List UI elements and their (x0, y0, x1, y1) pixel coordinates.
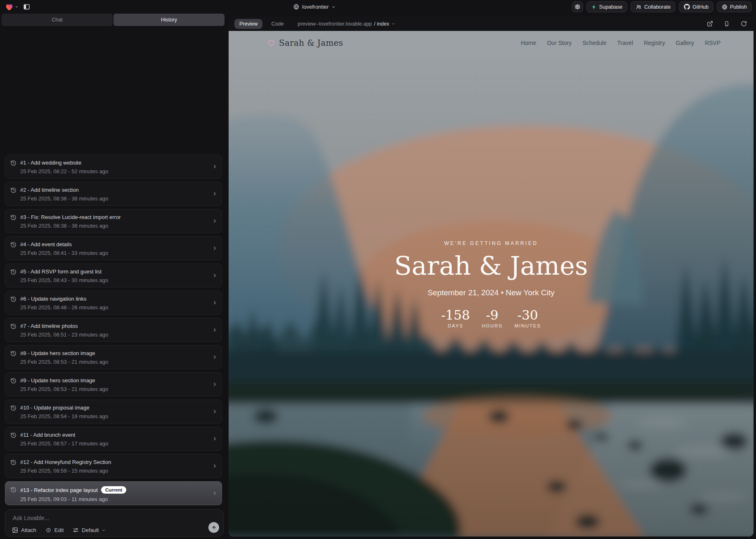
globe-icon (722, 4, 728, 10)
chevron-right-icon (212, 436, 217, 442)
refresh-button[interactable] (739, 20, 748, 28)
supabase-icon (591, 4, 597, 10)
countdown-label: MINUTES (515, 323, 541, 328)
mobile-view-button[interactable] (723, 20, 731, 28)
history-item-timestamp: 25 Feb 2025, 08:53 - 21 minutes ago (20, 359, 108, 365)
history-clock-icon (10, 378, 17, 384)
hero-eyebrow: WE'RE GETTING MARRIED (229, 240, 754, 246)
collaborate-button[interactable]: Collaborate (631, 1, 676, 12)
site-nav-link[interactable]: RSVP (705, 40, 721, 46)
history-item-timestamp: 25 Feb 2025, 09:03 - 11 minutes ago (20, 496, 126, 502)
history-item-title: #9 - Update hero section image (20, 377, 95, 384)
history-item-timestamp: 25 Feb 2025, 08:59 - 15 minutes ago (20, 468, 111, 474)
send-button[interactable] (208, 522, 219, 533)
supabase-button[interactable]: Supabase (586, 1, 627, 12)
tab-code[interactable]: Code (269, 21, 286, 27)
site-nav-link[interactable]: Schedule (582, 40, 606, 46)
countdown-label: DAYS (441, 323, 470, 328)
panel-left-icon (23, 3, 30, 10)
sidebar-toggle-button[interactable] (21, 2, 32, 12)
lovable-logo-menu[interactable] (4, 2, 19, 12)
refresh-icon (741, 21, 747, 27)
history-item[interactable]: #8 - Update hero section image 25 Feb 20… (5, 345, 222, 369)
project-selector[interactable]: lovefrontier (291, 0, 338, 14)
sidebar-tabs: Chat History (2, 14, 224, 26)
chevron-right-icon (212, 273, 217, 278)
history-item[interactable]: #7 - Add timeline photos 25 Feb 2025, 08… (5, 318, 222, 342)
current-badge: Current (101, 486, 127, 494)
history-item[interactable]: #4 - Add event details 25 Feb 2025, 08:4… (5, 236, 222, 260)
sidebar: Chat History #1 - Add wedding website 25… (0, 14, 226, 539)
history-item-timestamp: 25 Feb 2025, 08:57 - 17 minutes ago (20, 440, 108, 447)
edit-mode-button[interactable]: Edit (45, 527, 64, 533)
history-item[interactable]: #5 - Add RSVP form and guest list 25 Feb… (5, 264, 222, 287)
history-item[interactable]: #9 - Update hero section image 25 Feb 20… (5, 372, 222, 396)
preview-url-selector[interactable]: preview--lovefrontier.lovable.app / inde… (295, 21, 398, 27)
history-clock-icon (10, 160, 17, 166)
preview-url-page: / index (374, 21, 389, 27)
history-item[interactable]: #11 - Add brunch event 25 Feb 2025, 08:5… (5, 427, 222, 451)
site-nav: HomeOur StoryScheduleTravelRegistryGalle… (521, 40, 721, 46)
history-item-timestamp: 25 Feb 2025, 08:51 - 23 minutes ago (20, 332, 108, 338)
site-nav-link[interactable]: Gallery (676, 40, 694, 46)
site-nav-link[interactable]: Travel (617, 40, 633, 46)
history-item[interactable]: #3 - Fix: Resolve Lucide-react import er… (5, 209, 222, 233)
chevron-right-icon (212, 219, 217, 224)
chevron-down-icon (15, 5, 19, 9)
history-item[interactable]: #1 - Add wedding website 25 Feb 2025, 08… (5, 155, 222, 179)
external-link-icon (707, 21, 713, 27)
hero-title: Sarah & James (229, 252, 754, 280)
github-button[interactable]: GitHub (679, 1, 713, 12)
history-clock-icon (10, 269, 17, 275)
chevron-right-icon (212, 355, 217, 360)
history-item-title: #4 - Add event details (20, 241, 72, 247)
history-item-timestamp: 25 Feb 2025, 08:36 - 38 minutes ago (20, 195, 108, 202)
history-item-title: #2 - Add timeline section (20, 187, 79, 193)
history-item[interactable]: #2 - Add timeline section 25 Feb 2025, 0… (5, 182, 222, 206)
github-icon (684, 4, 690, 10)
mode-selector-button[interactable]: Default (73, 527, 106, 533)
history-clock-icon (10, 487, 17, 493)
chevron-down-icon (332, 5, 336, 9)
countdown-item: -9 HOURS (482, 309, 503, 328)
heart-outline-icon (267, 39, 275, 47)
sliders-icon (73, 527, 79, 533)
site-nav-link[interactable]: Our Story (547, 40, 572, 46)
history-item[interactable]: #13 - Refactor index page layout Current… (5, 481, 222, 505)
history-item-title: #6 - Update navigation links (20, 296, 86, 302)
hero-section: WE'RE GETTING MARRIED Sarah & James Sept… (229, 240, 754, 328)
site-logo[interactable]: Sarah & James (267, 38, 343, 48)
site-nav-link[interactable]: Registry (644, 40, 665, 46)
chevron-right-icon (212, 164, 217, 169)
attach-button[interactable]: Attach (12, 527, 36, 533)
history-item[interactable]: #10 - Update proposal image 25 Feb 2025,… (5, 400, 222, 424)
countdown-value: -30 (515, 309, 541, 322)
chevron-right-icon (212, 382, 217, 387)
topbar: lovefrontier Supabase Collab (0, 0, 756, 14)
history-clock-icon (10, 323, 17, 330)
history-clock-icon (10, 242, 17, 248)
site-preview: Sarah & James HomeOur StoryScheduleTrave… (229, 31, 754, 537)
image-attach-icon (12, 527, 18, 533)
history-item-title: #7 - Add timeline photos (20, 323, 78, 329)
history-item[interactable]: #12 - Add Honeyfund Registry Section 25 … (5, 454, 222, 478)
preview-toolbar: Preview Code preview--lovefrontier.lovab… (229, 16, 754, 31)
history-item-title: #5 - Add RSVP form and guest list (20, 268, 102, 275)
arrow-up-icon (211, 525, 217, 530)
settings-button[interactable] (572, 1, 583, 12)
hero-date-location: September 21, 2024 • New York City (229, 288, 754, 297)
history-item-title: #12 - Add Honeyfund Registry Section (20, 459, 111, 465)
open-in-new-tab-button[interactable] (706, 20, 714, 28)
tab-chat[interactable]: Chat (2, 14, 113, 26)
history-item-title: #13 - Refactor index page layout (20, 487, 98, 493)
tab-history[interactable]: History (113, 14, 224, 26)
history-item[interactable]: #6 - Update navigation links 25 Feb 2025… (5, 291, 222, 315)
prompt-input[interactable] (12, 514, 154, 524)
countdown-value: -9 (482, 309, 503, 322)
site-nav-link[interactable]: Home (521, 40, 536, 46)
chevron-right-icon (212, 246, 217, 251)
history-item-timestamp: 25 Feb 2025, 08:22 - 52 minutes ago (20, 168, 108, 174)
publish-button[interactable]: Publish (717, 1, 752, 12)
tab-preview[interactable]: Preview (234, 19, 262, 29)
history-item-timestamp: 25 Feb 2025, 08:48 - 26 minutes ago (20, 304, 108, 311)
